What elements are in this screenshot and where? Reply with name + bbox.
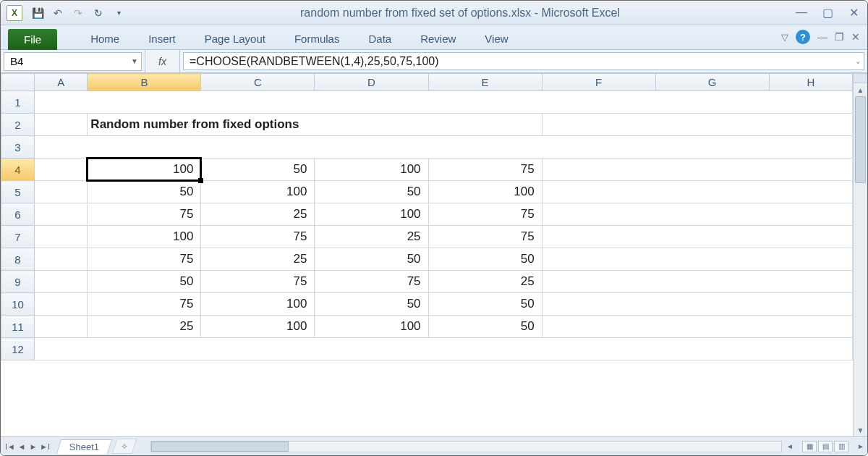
cell-B8[interactable]: 75	[88, 248, 201, 271]
cell-B6[interactable]: 75	[88, 203, 201, 226]
scroll-up-icon[interactable]: ▲	[854, 83, 867, 96]
cell-C6[interactable]: 25	[201, 203, 315, 226]
name-box[interactable]: B4 ▼	[4, 52, 142, 71]
cell-D11[interactable]: 100	[315, 316, 428, 338]
select-all-corner[interactable]	[1, 74, 35, 91]
page-break-view-icon[interactable]: ▥	[834, 441, 848, 452]
cell-C10[interactable]: 100	[201, 293, 315, 316]
save-icon[interactable]: 💾	[30, 5, 46, 21]
minimize-icon[interactable]: —	[793, 6, 809, 20]
scroll-right-icon[interactable]: ►	[854, 442, 867, 450]
tab-page-layout[interactable]: Page Layout	[190, 28, 280, 49]
cell-C8[interactable]: 25	[201, 248, 315, 271]
cell-D7[interactable]: 25	[315, 226, 428, 248]
row-header-10[interactable]: 10	[1, 293, 35, 316]
cell[interactable]	[35, 114, 88, 136]
cell[interactable]	[35, 136, 853, 159]
scroll-left-icon[interactable]: ◄	[783, 442, 796, 450]
col-header-C[interactable]: C	[201, 74, 315, 91]
name-box-dropdown-icon[interactable]: ▼	[131, 57, 138, 65]
col-header-E[interactable]: E	[428, 74, 542, 91]
col-header-A[interactable]: A	[35, 74, 88, 91]
cell[interactable]	[542, 159, 852, 181]
row-header-11[interactable]: 11	[1, 316, 35, 338]
tab-formulas[interactable]: Formulas	[280, 28, 354, 49]
tab-review[interactable]: Review	[406, 28, 470, 49]
scroll-down-icon[interactable]: ▼	[854, 423, 867, 436]
col-header-D[interactable]: D	[315, 74, 428, 91]
tab-nav-buttons[interactable]: I◄ ◄ ► ►I	[1, 442, 54, 451]
excel-logo-icon[interactable]: X	[7, 5, 22, 21]
cell-C7[interactable]: 75	[201, 226, 315, 248]
cell-B4[interactable]: 100	[88, 159, 201, 181]
maximize-icon[interactable]: ▢	[820, 6, 835, 20]
cell[interactable]	[542, 114, 852, 136]
cell[interactable]	[542, 316, 852, 338]
vscroll-track[interactable]	[854, 96, 867, 423]
vertical-scrollbar[interactable]: ▲ ▼	[853, 73, 867, 436]
cell-C11[interactable]: 100	[201, 316, 315, 338]
cell-E11[interactable]: 50	[428, 316, 542, 338]
row-header-7[interactable]: 7	[1, 226, 35, 248]
tab-nav-prev-icon[interactable]: ◄	[17, 442, 27, 451]
cell[interactable]	[35, 338, 853, 360]
row-header-8[interactable]: 8	[1, 248, 35, 271]
tab-nav-first-icon[interactable]: I◄	[5, 442, 15, 451]
tab-nav-next-icon[interactable]: ►	[28, 442, 38, 451]
cell-E4[interactable]: 75	[428, 159, 542, 181]
tab-home[interactable]: Home	[76, 28, 134, 49]
workbook-close-icon[interactable]: ✕	[851, 31, 860, 43]
new-sheet-icon[interactable]: ✧	[112, 439, 137, 454]
page-layout-view-icon[interactable]: ▤	[818, 441, 833, 452]
row-header-9[interactable]: 9	[1, 271, 35, 293]
col-header-B[interactable]: B	[88, 74, 201, 91]
row-header-4[interactable]: 4	[1, 159, 35, 181]
fx-icon[interactable]: fx	[145, 50, 180, 72]
help-icon[interactable]: ?	[796, 30, 810, 44]
normal-view-icon[interactable]: ▦	[802, 441, 817, 452]
cell-D9[interactable]: 75	[315, 271, 428, 293]
cell-E10[interactable]: 50	[428, 293, 542, 316]
cell[interactable]	[35, 248, 88, 271]
file-tab[interactable]: File	[8, 29, 57, 50]
cell[interactable]	[542, 293, 852, 316]
cell[interactable]	[35, 226, 88, 248]
cell-E8[interactable]: 50	[428, 248, 542, 271]
cell[interactable]	[35, 159, 88, 181]
vscroll-thumb[interactable]	[855, 96, 866, 183]
col-header-H[interactable]: H	[769, 74, 852, 91]
cell[interactable]	[35, 203, 88, 226]
tab-view[interactable]: View	[470, 28, 522, 49]
undo-icon[interactable]: ↶	[50, 5, 66, 21]
row-header-6[interactable]: 6	[1, 203, 35, 226]
cell[interactable]	[35, 181, 88, 203]
formula-input[interactable]: =CHOOSE(RANDBETWEEN(1,4),25,50,75,100) ⌄	[183, 52, 864, 70]
cell[interactable]	[542, 271, 852, 293]
cell-E7[interactable]: 75	[428, 226, 542, 248]
cell-D5[interactable]: 50	[315, 181, 428, 203]
cell-D10[interactable]: 50	[315, 293, 428, 316]
horizontal-scrollbar[interactable]: ◄ ▦ ▤ ▥ ►	[149, 441, 867, 452]
cell[interactable]	[542, 226, 852, 248]
grid[interactable]: A B C D E F G H 1 2Random number from fi…	[1, 73, 853, 436]
col-header-F[interactable]: F	[542, 74, 655, 91]
sheet-tab-sheet1[interactable]: Sheet1	[56, 439, 113, 454]
cell-B10[interactable]: 75	[88, 293, 201, 316]
hscroll-thumb[interactable]	[151, 442, 289, 452]
cell-C9[interactable]: 75	[201, 271, 315, 293]
cell[interactable]	[542, 248, 852, 271]
cell[interactable]	[35, 293, 88, 316]
cell-B9[interactable]: 50	[88, 271, 201, 293]
tab-insert[interactable]: Insert	[134, 28, 190, 49]
cell[interactable]	[35, 316, 88, 338]
workbook-restore-icon[interactable]: ❐	[835, 31, 844, 43]
split-handle-icon[interactable]	[854, 73, 867, 83]
row-header-1[interactable]: 1	[1, 91, 35, 114]
cell-D6[interactable]: 100	[315, 203, 428, 226]
cell-E5[interactable]: 100	[428, 181, 542, 203]
refresh-icon[interactable]: ↻	[90, 5, 106, 21]
row-header-5[interactable]: 5	[1, 181, 35, 203]
col-header-G[interactable]: G	[655, 74, 769, 91]
cell-D8[interactable]: 50	[315, 248, 428, 271]
cell-B11[interactable]: 25	[88, 316, 201, 338]
